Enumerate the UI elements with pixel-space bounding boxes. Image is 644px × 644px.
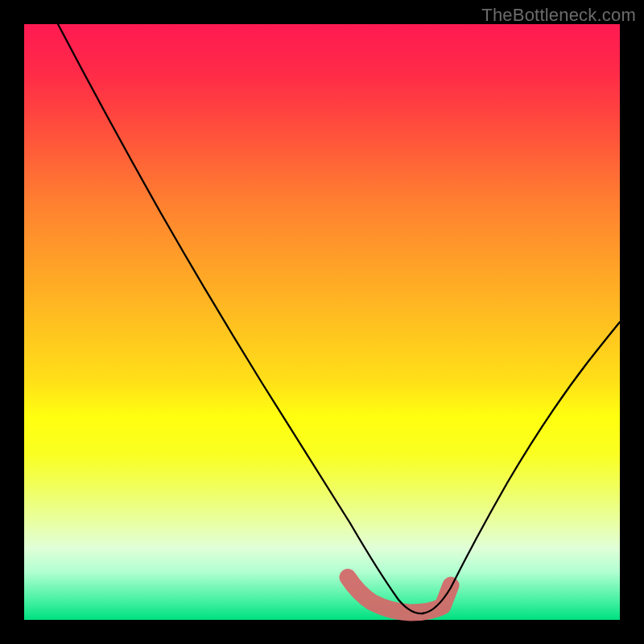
curve-layer	[24, 24, 620, 620]
chart-frame: TheBottleneck.com	[0, 0, 644, 644]
watermark-text: TheBottleneck.com	[481, 5, 636, 26]
curve-left-branch	[58, 24, 423, 613]
curve-right-branch	[423, 322, 620, 613]
